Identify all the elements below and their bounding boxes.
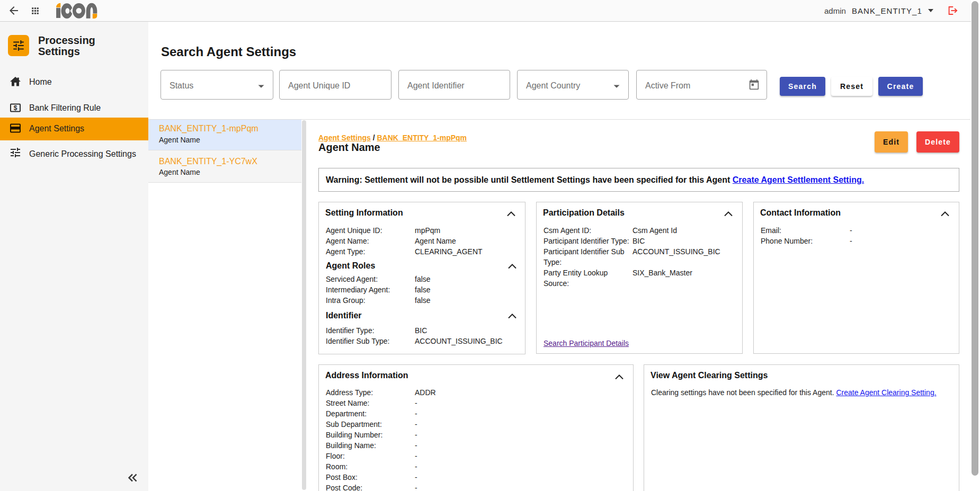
svg-text:$: $	[13, 104, 17, 112]
